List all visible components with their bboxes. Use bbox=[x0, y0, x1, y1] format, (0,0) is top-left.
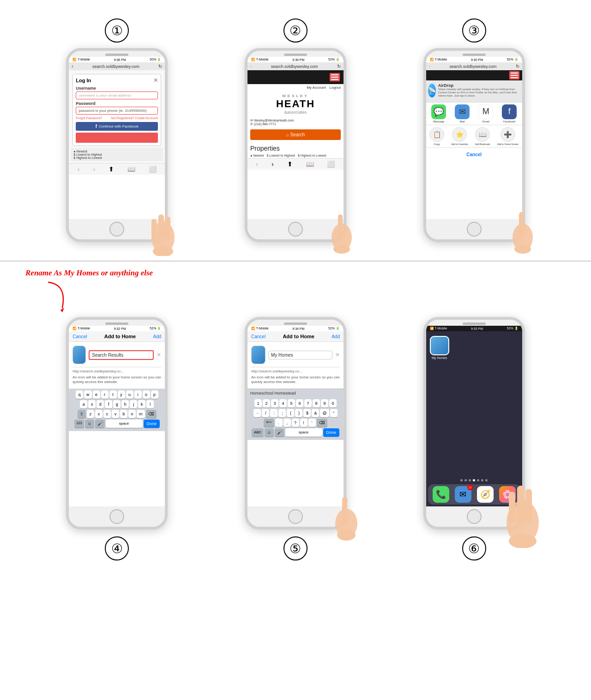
phone-2-refresh-icon[interactable]: ↻ bbox=[337, 64, 341, 69]
phone-2-home-button[interactable] bbox=[288, 222, 303, 237]
phone-5-home-button[interactable] bbox=[288, 509, 303, 524]
key5-slash[interactable]: / bbox=[262, 409, 269, 417]
dock-phone[interactable]: 📞 bbox=[433, 486, 449, 503]
key-123[interactable]: 123 bbox=[74, 420, 84, 428]
nav2-back-icon[interactable]: ‹ bbox=[256, 160, 258, 168]
login-close-icon[interactable]: ✕ bbox=[153, 77, 158, 84]
phone3-hamburger[interactable] bbox=[509, 71, 519, 79]
key-e[interactable]: e bbox=[93, 390, 100, 399]
cancel-button[interactable]: Cancel bbox=[466, 152, 482, 157]
key-g[interactable]: g bbox=[113, 400, 121, 408]
phone-1-refresh-icon[interactable]: ↻ bbox=[158, 64, 162, 69]
share-app-facebook[interactable]: f Facebook bbox=[502, 104, 517, 123]
key5-dollar[interactable]: $ bbox=[303, 409, 311, 417]
key5-rparen[interactable]: ) bbox=[295, 409, 302, 417]
key-n[interactable]: n bbox=[128, 410, 136, 418]
key5-1[interactable]: 1 bbox=[254, 399, 262, 408]
key-c[interactable]: c bbox=[103, 410, 111, 418]
key-backspace[interactable]: ⌫ bbox=[146, 410, 157, 418]
key5-2[interactable]: 2 bbox=[263, 399, 270, 408]
key5-emoji[interactable]: ☺ bbox=[265, 428, 273, 437]
key5-at[interactable]: @ bbox=[320, 409, 329, 417]
phone-4-home-button[interactable] bbox=[109, 509, 124, 524]
key5-lparen[interactable]: ( bbox=[287, 409, 294, 417]
key-t[interactable]: t bbox=[109, 390, 117, 399]
share-app-message[interactable]: 💬 Message bbox=[431, 104, 446, 123]
not-registered-link[interactable]: Not Registered? Create Account! bbox=[111, 116, 158, 120]
key-v[interactable]: v bbox=[112, 410, 119, 418]
key-s[interactable]: s bbox=[88, 400, 96, 408]
key-d[interactable]: d bbox=[96, 400, 104, 408]
share-app-gmail[interactable]: M Gmail bbox=[478, 104, 493, 123]
key5-apos[interactable]: ' bbox=[308, 419, 316, 427]
key5-9[interactable]: 9 bbox=[321, 399, 328, 408]
action-bookmark[interactable]: 📖 Add Bookmark bbox=[475, 127, 490, 146]
key-o[interactable]: o bbox=[143, 390, 150, 399]
key-h[interactable]: h bbox=[121, 400, 129, 408]
key5-backspace[interactable]: ⌫ bbox=[317, 419, 327, 427]
key5-0[interactable]: 0 bbox=[329, 399, 337, 408]
nav2-bookmarks-icon[interactable]: 📖 bbox=[306, 160, 314, 168]
key-i[interactable]: i bbox=[134, 390, 142, 399]
my-account-link[interactable]: My Account bbox=[307, 85, 326, 90]
phone-1-home-button[interactable] bbox=[109, 222, 124, 237]
key-a[interactable]: a bbox=[80, 400, 87, 408]
key5-hashplus[interactable]: #+= bbox=[264, 419, 274, 427]
home-name-input[interactable] bbox=[89, 350, 154, 360]
forgot-password-link[interactable]: Forgot Password? bbox=[76, 116, 102, 120]
key-shift[interactable]: ⇧ bbox=[78, 410, 86, 418]
key5-amp[interactable]: & bbox=[312, 409, 319, 417]
nav2-tabs-icon[interactable]: ⬜ bbox=[327, 160, 335, 168]
key-w[interactable]: w bbox=[84, 390, 92, 399]
key5-colon[interactable]: : bbox=[270, 409, 277, 417]
key5-4[interactable]: 4 bbox=[279, 399, 287, 408]
key-f[interactable]: f bbox=[105, 400, 112, 408]
hamburger-icon[interactable] bbox=[330, 73, 340, 81]
key-x[interactable]: x bbox=[95, 410, 103, 418]
key5-exclaim[interactable]: ! bbox=[300, 419, 308, 427]
nav2-forward-icon[interactable]: › bbox=[271, 160, 274, 168]
key-k[interactable]: k bbox=[138, 400, 145, 408]
key5-5[interactable]: 5 bbox=[288, 399, 295, 408]
key5-space[interactable]: space bbox=[285, 428, 322, 437]
key-q[interactable]: q bbox=[76, 390, 83, 399]
key5-abc[interactable]: ABC bbox=[252, 428, 264, 437]
phone-6-home-button[interactable] bbox=[467, 509, 482, 524]
key5-8[interactable]: 8 bbox=[313, 399, 320, 408]
key-mic[interactable]: 🎤 bbox=[95, 420, 105, 428]
key5-7[interactable]: 7 bbox=[304, 399, 312, 408]
password-input[interactable]: password is your phone (ie. 2145550000) bbox=[76, 107, 158, 115]
key5-done[interactable]: Done bbox=[323, 428, 340, 437]
key5-mic[interactable]: 🎤 bbox=[275, 428, 284, 437]
key-b[interactable]: b bbox=[120, 410, 127, 418]
key5-comma[interactable]: , bbox=[283, 419, 291, 427]
nav-tabs-icon[interactable]: ⬜ bbox=[149, 165, 157, 173]
key5-3[interactable]: 3 bbox=[271, 399, 278, 408]
phone-3-home-button[interactable] bbox=[467, 222, 482, 237]
my-homes-icon[interactable]: My Homes bbox=[430, 336, 449, 359]
clear-input-icon[interactable]: ✕ bbox=[157, 352, 161, 358]
search-button[interactable]: ⌕ Search bbox=[250, 129, 341, 140]
username-input[interactable]: username is your email address bbox=[76, 91, 158, 99]
key5-dash[interactable]: - bbox=[253, 409, 261, 417]
add-to-home-cancel-5[interactable]: Cancel bbox=[251, 334, 265, 339]
key-j[interactable]: j bbox=[130, 400, 137, 408]
key-u[interactable]: u bbox=[126, 390, 133, 399]
add-to-home-cancel[interactable]: Cancel bbox=[72, 334, 87, 339]
add-to-home-add-button[interactable]: Add bbox=[153, 334, 162, 339]
key-l[interactable]: l bbox=[146, 400, 154, 408]
nav-bookmarks-icon[interactable]: 📖 bbox=[127, 165, 135, 173]
nav-share-icon[interactable]: ⬆ bbox=[109, 165, 114, 173]
add-to-home-add-button-5[interactable]: Add bbox=[332, 334, 340, 339]
share-app-mail[interactable]: ✉ Mail bbox=[455, 104, 470, 123]
dock-safari[interactable]: 🧭 bbox=[477, 486, 494, 503]
facebook-login-button[interactable]: f Continue with Facebook bbox=[76, 122, 158, 131]
key5-quote[interactable]: " bbox=[330, 409, 338, 417]
home-name-input-5[interactable] bbox=[268, 351, 332, 359]
key-z[interactable]: z bbox=[87, 410, 94, 418]
clear-input-icon-5[interactable]: ✕ bbox=[335, 352, 340, 358]
phone-3-refresh-icon[interactable]: ↻ bbox=[516, 64, 519, 69]
action-add-home[interactable]: ➕ Add to Home Screen bbox=[497, 127, 519, 146]
nav-back-icon[interactable]: ‹ bbox=[78, 165, 80, 173]
key-emoji[interactable]: ☺ bbox=[85, 420, 94, 428]
